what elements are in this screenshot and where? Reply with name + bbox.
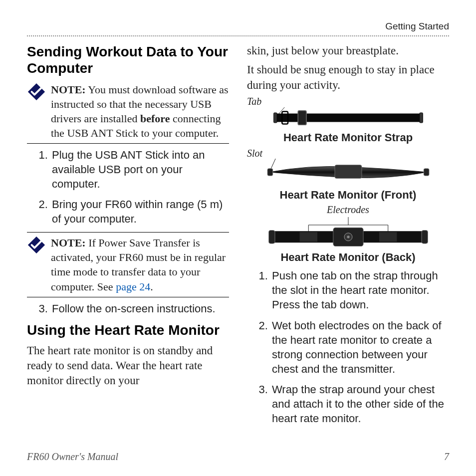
note-block-1: NOTE: You must download software as inst… <box>27 81 229 144</box>
step-item: Wrap the strap around your chest and att… <box>271 382 449 426</box>
figure-label-tab: Tab <box>247 95 449 108</box>
heading-using-hrm: Using the Heart Rate Monitor <box>27 322 229 338</box>
svg-rect-18 <box>422 231 428 244</box>
steps-list-1: Plug the USB ANT Stick into an available… <box>27 148 229 226</box>
steps-list-1-cont: Follow the on-screen instructions. <box>27 301 229 316</box>
step-item: Wet both electrodes on the back of the h… <box>271 318 449 376</box>
caption-hrm-front: Heart Rate Monitor (Front) <box>247 188 449 202</box>
svg-rect-4 <box>273 112 277 122</box>
svg-rect-5 <box>419 112 423 122</box>
svg-rect-17 <box>268 231 274 244</box>
step-item: Follow the on-screen instructions. <box>51 301 229 316</box>
left-column: Sending Workout Data to Your Computer NO… <box>27 41 229 456</box>
svg-point-21 <box>347 236 349 238</box>
note-block-2: NOTE: If Power Save Transfer is activate… <box>27 232 229 297</box>
two-column-layout: Sending Workout Data to Your Computer NO… <box>27 41 449 456</box>
figure-hrm-strap <box>247 107 449 128</box>
paragraph-continued-2: It should be snug enough to stay in plac… <box>247 62 449 93</box>
svg-rect-10 <box>424 169 429 176</box>
note-text-2: NOTE: If Power Save Transfer is activate… <box>51 236 229 293</box>
svg-rect-22 <box>299 233 317 242</box>
svg-rect-9 <box>267 169 273 176</box>
svg-rect-7 <box>298 110 306 125</box>
page-footer: FR60 Owner's Manual 7 <box>27 450 449 463</box>
footer-title: FR60 Owner's Manual <box>27 450 118 463</box>
right-column: skin, just below your breastplate. It sh… <box>247 41 449 456</box>
steps-list-hrm: Push one tab on the strap through the sl… <box>247 268 449 425</box>
caption-hrm-strap: Heart Rate Monitor Strap <box>247 130 449 145</box>
svg-rect-23 <box>379 233 397 242</box>
paragraph-continued-1: skin, just below your breastplate. <box>247 43 449 58</box>
caption-hrm-back: Heart Rate Monitor (Back) <box>247 250 449 264</box>
note-label: NOTE: <box>51 83 86 96</box>
heading-sending-workout-data: Sending Workout Data to Your Computer <box>27 43 229 76</box>
note-icon <box>27 236 46 254</box>
footer-page-number: 7 <box>444 450 449 463</box>
step-item: Bring your FR60 within range (5 m) of yo… <box>51 197 229 226</box>
note-label: NOTE: <box>51 237 86 249</box>
note-tail: . <box>150 280 153 293</box>
figure-label-slot: Slot <box>247 147 449 160</box>
manual-page: Getting Started Sending Workout Data to … <box>0 0 476 476</box>
note-bold-word: before <box>140 112 170 125</box>
step-item: Push one tab on the strap through the sl… <box>271 268 449 312</box>
svg-rect-3 <box>274 113 422 122</box>
figure-label-electrodes: Electrodes <box>247 203 449 216</box>
note-icon <box>27 82 46 101</box>
svg-rect-11 <box>335 165 362 179</box>
step-item: Plug the USB ANT Stick into an available… <box>51 148 229 191</box>
paragraph-hrm-intro: The heart rate monitor is on standby and… <box>27 343 229 389</box>
section-header: Getting Started <box>27 20 449 36</box>
svg-line-8 <box>271 159 275 169</box>
page-link[interactable]: page 24 <box>116 280 150 293</box>
note-text-1: NOTE: You must download software as inst… <box>51 82 229 140</box>
figure-hrm-front <box>247 159 449 186</box>
figure-hrm-back <box>247 217 449 248</box>
